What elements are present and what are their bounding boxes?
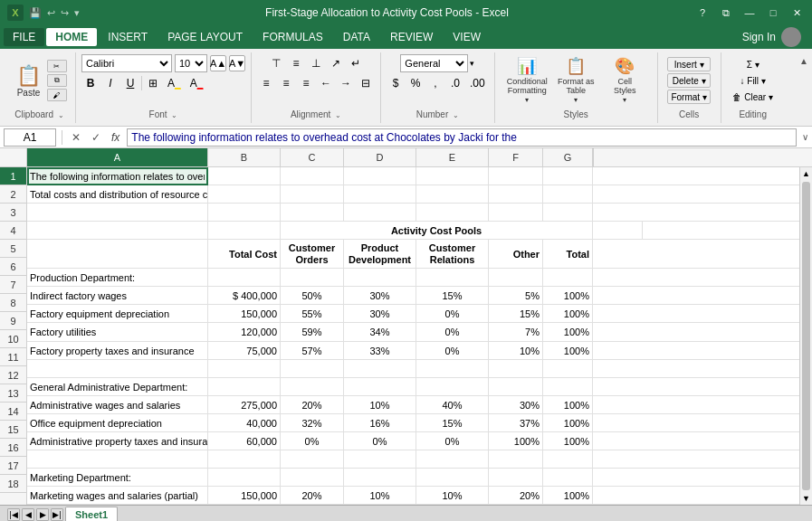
cell-e8[interactable]: 0% <box>416 305 489 323</box>
cell-g14[interactable]: 100% <box>543 414 593 432</box>
copy-button[interactable]: ⧉ <box>47 74 67 87</box>
cell-styles-button[interactable]: 🎨 CellStyles ▾ <box>602 57 647 104</box>
cell-a8[interactable]: Factory equipment depreciation <box>27 305 208 323</box>
cell-g1[interactable] <box>543 167 593 185</box>
cell-c10[interactable]: 57% <box>281 342 344 360</box>
decrease-decimal-button[interactable]: .00 <box>466 74 489 92</box>
menu-page-layout[interactable]: PAGE LAYOUT <box>158 28 252 46</box>
format-painter-button[interactable]: 🖌 <box>47 89 67 101</box>
row-header-5[interactable]: 5 <box>0 240 26 258</box>
maximize-button[interactable]: □ <box>765 5 781 21</box>
cell-c17[interactable] <box>281 469 344 487</box>
font-color-button[interactable]: A_ <box>186 74 207 92</box>
cell-f6[interactable] <box>489 269 543 287</box>
row-header-11[interactable]: 11 <box>0 348 26 366</box>
row-header-4[interactable]: 4 <box>0 222 26 240</box>
row-header-18[interactable]: 18 <box>0 475 26 493</box>
cell-d6[interactable] <box>344 269 416 287</box>
clipboard-expand-icon[interactable]: ⌄ <box>58 111 64 119</box>
cell-d14[interactable]: 16% <box>344 414 416 432</box>
cell-g15[interactable]: 100% <box>543 432 593 450</box>
cell-g8[interactable]: 100% <box>543 305 593 323</box>
percent-button[interactable]: % <box>406 74 425 92</box>
prev-sheet-button[interactable]: ◀ <box>22 508 34 521</box>
help-button[interactable]: ? <box>694 5 711 21</box>
cell-c3[interactable] <box>281 204 344 222</box>
row-header-9[interactable]: 9 <box>0 312 26 330</box>
format-cells-button[interactable]: Format ▾ <box>667 90 710 104</box>
angle-text-button[interactable]: ↗ <box>327 54 345 72</box>
scroll-down-button[interactable]: ▼ <box>800 492 812 505</box>
cell-c4[interactable]: Activity Cost Pools <box>281 222 593 240</box>
formula-input[interactable] <box>127 128 797 147</box>
wrap-text-button[interactable]: ↵ <box>347 54 365 72</box>
cell-d3[interactable] <box>344 204 416 222</box>
cell-g17[interactable] <box>543 469 593 487</box>
menu-home[interactable]: HOME <box>46 28 97 46</box>
menu-data[interactable]: DATA <box>334 28 379 46</box>
close-button[interactable]: ✕ <box>788 5 805 21</box>
cell-d18[interactable]: 10% <box>344 487 416 505</box>
underline-button[interactable]: U <box>121 74 139 92</box>
cell-g16[interactable] <box>543 450 593 469</box>
cell-g12[interactable] <box>543 378 593 396</box>
format-as-table-button[interactable]: 📋 Format asTable ▾ <box>553 57 598 104</box>
quick-access-save[interactable]: 💾 <box>29 7 42 19</box>
cell-c6[interactable] <box>281 269 344 287</box>
font-size-select[interactable]: 10 <box>175 54 207 72</box>
cell-a18[interactable]: Marketing wages and salaries (partial) <box>27 487 208 505</box>
cell-b5[interactable]: Total Cost <box>208 240 281 268</box>
cell-a11[interactable] <box>27 360 208 378</box>
menu-view[interactable]: VIEW <box>444 28 490 46</box>
cell-a6[interactable]: Production Department: <box>27 269 208 287</box>
cell-b10[interactable]: 75,000 <box>208 342 281 360</box>
font-family-select[interactable]: Calibri <box>81 54 172 72</box>
restore-button[interactable]: ⧉ <box>718 5 734 21</box>
cell-b12[interactable] <box>208 378 281 396</box>
menu-formulas[interactable]: FORMULAS <box>253 28 332 46</box>
cell-f18[interactable]: 20% <box>489 487 543 505</box>
cell-a3[interactable] <box>27 204 208 222</box>
cell-d16[interactable] <box>344 450 416 469</box>
cell-e12[interactable] <box>416 378 489 396</box>
row-header-2[interactable]: 2 <box>0 185 26 204</box>
cut-button[interactable]: ✂ <box>47 60 67 72</box>
cell-a1[interactable]: The following information relates to ove… <box>27 167 208 185</box>
align-top-button[interactable]: ⊤ <box>267 54 285 72</box>
cell-e15[interactable]: 0% <box>416 432 489 450</box>
minimize-button[interactable]: — <box>741 5 758 21</box>
cell-b3[interactable] <box>208 204 281 222</box>
ribbon-collapse-button[interactable]: ▲ <box>799 56 808 66</box>
vertical-scrollbar[interactable]: ▲ ▼ <box>799 167 812 505</box>
cell-b17[interactable] <box>208 469 281 487</box>
cell-f16[interactable] <box>489 450 543 469</box>
cell-g3[interactable] <box>543 204 593 222</box>
cell-g5[interactable]: Total <box>543 240 593 268</box>
conditional-formatting-button[interactable]: 📊 ConditionalFormatting ▾ <box>504 57 549 104</box>
cell-c9[interactable]: 59% <box>281 323 344 341</box>
cell-b15[interactable]: 60,000 <box>208 432 281 450</box>
row-header-13[interactable]: 13 <box>0 384 26 403</box>
cell-a17[interactable]: Marketing Department: <box>27 469 208 487</box>
cell-g13[interactable]: 100% <box>543 396 593 414</box>
sheet-tab-1[interactable]: Sheet1 <box>65 507 118 521</box>
cell-a7[interactable]: Indirect factory wages <box>27 287 208 305</box>
col-header-d[interactable]: D <box>344 148 416 166</box>
row-header-16[interactable]: 16 <box>0 439 26 457</box>
cell-g18[interactable]: 100% <box>543 487 593 505</box>
cell-d2[interactable] <box>344 185 416 204</box>
cell-e16[interactable] <box>416 450 489 469</box>
cell-e11[interactable] <box>416 360 489 378</box>
cell-f8[interactable]: 15% <box>489 305 543 323</box>
cell-b13[interactable]: 275,000 <box>208 396 281 414</box>
row-header-10[interactable]: 10 <box>0 330 26 348</box>
cell-c13[interactable]: 20% <box>281 396 344 414</box>
cell-a15[interactable]: Administrative property taxes and insura… <box>27 432 208 450</box>
cell-b18[interactable]: 150,000 <box>208 487 281 505</box>
cell-c7[interactable]: 50% <box>281 287 344 305</box>
cell-f17[interactable] <box>489 469 543 487</box>
cell-c12[interactable] <box>281 378 344 396</box>
cell-e2[interactable] <box>416 185 489 204</box>
col-header-g[interactable]: G <box>543 148 593 166</box>
menu-file[interactable]: FILE <box>4 28 44 46</box>
